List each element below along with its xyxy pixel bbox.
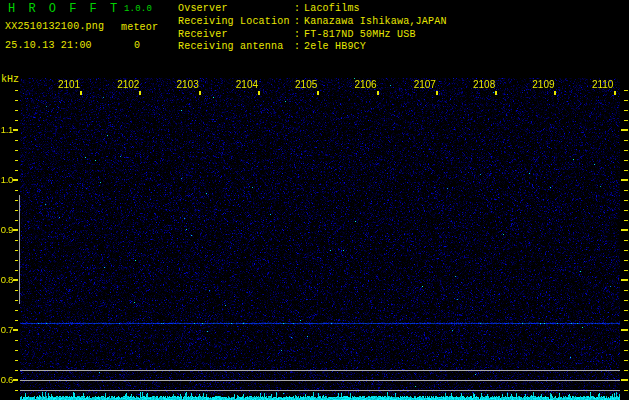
freq-minor-tick-left bbox=[15, 200, 18, 201]
freq-minor-tick-right bbox=[624, 190, 628, 191]
station-row-label: Receiving antenna bbox=[178, 42, 283, 52]
station-row-label: Receiving Location bbox=[178, 17, 290, 27]
freq-major-tick-right bbox=[621, 329, 628, 331]
freq-minor-tick-left bbox=[15, 310, 18, 311]
freq-minor-tick-right bbox=[624, 350, 628, 351]
time-tick bbox=[258, 91, 260, 95]
station-row-separator: : bbox=[294, 30, 300, 40]
meteor-count: 0 bbox=[134, 41, 140, 51]
freq-major-tick-right bbox=[621, 279, 628, 281]
freq-minor-tick-left bbox=[15, 140, 18, 141]
time-tick-label: 2104 bbox=[227, 80, 267, 90]
freq-minor-tick-left bbox=[15, 160, 18, 161]
freq-minor-tick-right bbox=[624, 110, 628, 111]
time-tick-label: 2105 bbox=[286, 80, 326, 90]
freq-minor-tick-right bbox=[624, 150, 628, 151]
freq-minor-tick-right bbox=[624, 310, 628, 311]
freq-minor-tick-right bbox=[624, 140, 628, 141]
hrofft-screen: H R O F F T 1.0.0 XX2510132100.png meteo… bbox=[0, 0, 629, 400]
freq-minor-tick-left bbox=[15, 110, 18, 111]
freq-minor-tick-right bbox=[624, 370, 628, 371]
time-tick-label: 2110 bbox=[583, 80, 623, 90]
freq-minor-tick-left bbox=[15, 100, 18, 101]
freq-minor-tick-right bbox=[624, 340, 628, 341]
station-row-value: 2ele HB9CY bbox=[304, 42, 366, 52]
station-row-separator: : bbox=[294, 42, 300, 52]
freq-major-tick-left bbox=[13, 229, 18, 231]
station-row-separator: : bbox=[294, 4, 300, 14]
freq-major-tick-right bbox=[621, 379, 628, 381]
station-row-label: Receiver bbox=[178, 30, 228, 40]
count-band-marker bbox=[19, 195, 20, 304]
freq-minor-tick-left bbox=[15, 340, 18, 341]
freq-minor-tick-left bbox=[15, 370, 18, 371]
time-tick bbox=[317, 91, 319, 95]
freq-minor-tick-left bbox=[15, 290, 18, 291]
freq-major-tick-left bbox=[13, 279, 18, 281]
freq-minor-tick-right bbox=[624, 200, 628, 201]
freq-minor-tick-left bbox=[15, 190, 18, 191]
freq-minor-tick-right bbox=[624, 100, 628, 101]
freq-minor-tick-right bbox=[624, 300, 628, 301]
mode-label: meteor bbox=[121, 23, 158, 33]
spectrogram-canvas bbox=[20, 78, 620, 400]
time-tick-label: 2106 bbox=[346, 80, 386, 90]
freq-minor-tick-right bbox=[624, 90, 628, 91]
freq-minor-tick-left bbox=[15, 360, 18, 361]
freq-major-tick-left bbox=[13, 329, 18, 331]
app-version: 1.0.0 bbox=[124, 5, 152, 14]
time-tick bbox=[614, 91, 616, 95]
freq-major-tick-left bbox=[13, 179, 18, 181]
freq-major-tick-right bbox=[621, 229, 628, 231]
station-row-value: FT-817ND 50MHz USB bbox=[304, 30, 416, 40]
freq-tick-label: 0.7 bbox=[0, 325, 13, 335]
freq-minor-tick-left bbox=[15, 350, 18, 351]
freq-unit-label: kHz bbox=[1, 75, 19, 85]
freq-minor-tick-right bbox=[624, 210, 628, 211]
level-reference-line bbox=[20, 370, 620, 371]
freq-major-tick-left bbox=[13, 129, 18, 131]
freq-minor-tick-right bbox=[624, 220, 628, 221]
freq-minor-tick-left bbox=[15, 90, 18, 91]
level-reference-line bbox=[20, 380, 620, 381]
freq-minor-tick-left bbox=[15, 300, 18, 301]
freq-tick-label: 0.9 bbox=[0, 225, 13, 235]
time-tick-label: 2103 bbox=[168, 80, 208, 90]
station-row-label: Ovserver bbox=[178, 4, 228, 14]
output-filename: XX2510132100.png bbox=[5, 22, 104, 32]
time-tick bbox=[377, 91, 379, 95]
time-tick bbox=[436, 91, 438, 95]
freq-minor-tick-left bbox=[15, 150, 18, 151]
station-row-value: Lacofilms bbox=[304, 4, 360, 14]
freq-minor-tick-right bbox=[624, 250, 628, 251]
time-tick-label: 2101 bbox=[49, 80, 89, 90]
freq-minor-tick-right bbox=[624, 270, 628, 271]
freq-minor-tick-left bbox=[15, 220, 18, 221]
freq-major-tick-right bbox=[621, 129, 628, 131]
time-tick-label: 2107 bbox=[405, 80, 445, 90]
freq-tick-label: 1.0 bbox=[0, 175, 13, 185]
freq-minor-tick-right bbox=[624, 160, 628, 161]
freq-minor-tick-left bbox=[15, 210, 18, 211]
timestamp: 25.10.13 21:00 bbox=[5, 41, 92, 51]
time-tick bbox=[495, 91, 497, 95]
freq-tick-label: 0.6 bbox=[0, 375, 13, 385]
freq-minor-tick-right bbox=[624, 390, 628, 391]
freq-minor-tick-right bbox=[624, 290, 628, 291]
time-tick-label: 2102 bbox=[108, 80, 148, 90]
app-title: H R O F F T bbox=[8, 3, 120, 15]
freq-minor-tick-left bbox=[15, 170, 18, 171]
freq-tick-label: 1.1 bbox=[0, 125, 13, 135]
freq-minor-tick-left bbox=[15, 120, 18, 121]
freq-major-tick-left bbox=[13, 379, 18, 381]
station-row-value: Kanazawa Ishikawa,JAPAN bbox=[304, 17, 447, 27]
freq-minor-tick-right bbox=[624, 320, 628, 321]
time-tick bbox=[80, 91, 82, 95]
freq-tick-label: 0.8 bbox=[0, 275, 13, 285]
freq-major-tick-right bbox=[621, 179, 628, 181]
time-tick bbox=[199, 91, 201, 95]
freq-minor-tick-left bbox=[15, 250, 18, 251]
freq-minor-tick-right bbox=[624, 240, 628, 241]
freq-minor-tick-right bbox=[624, 260, 628, 261]
time-tick bbox=[554, 91, 556, 95]
